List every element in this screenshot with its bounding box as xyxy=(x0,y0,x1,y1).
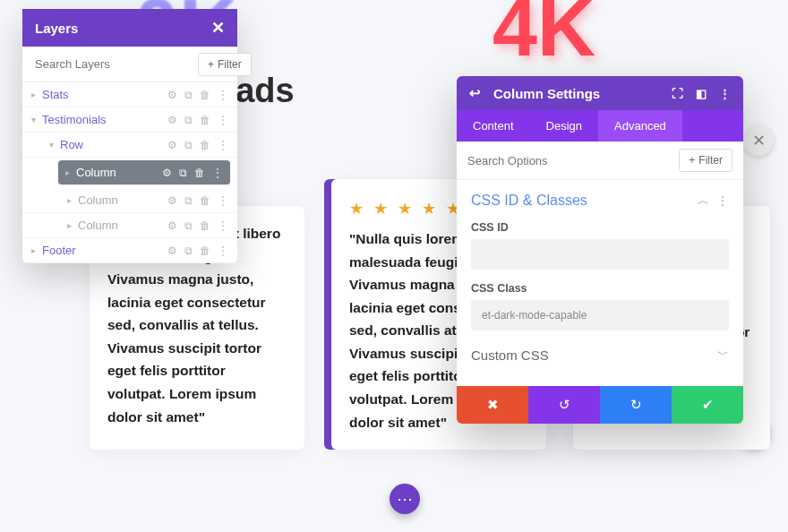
settings-search-input[interactable] xyxy=(467,154,673,167)
gear-icon[interactable]: ⚙ xyxy=(167,114,177,126)
layer-label: Testimonials xyxy=(42,113,167,126)
gear-icon[interactable]: ⚙ xyxy=(167,245,177,257)
section-css-id-classes[interactable]: CSS ID & Classes ︿ ⋮ xyxy=(471,193,729,209)
layer-label: Column xyxy=(78,219,167,232)
settings-title: Column Settings xyxy=(493,86,600,101)
gear-icon[interactable]: ⚙ xyxy=(167,219,177,232)
column-settings-modal: ↩ Column Settings ⛶ ◧ ⋮ Content Design A… xyxy=(457,76,743,424)
trash-icon[interactable]: 🗑 xyxy=(200,219,210,232)
filter-button[interactable]: +Filter xyxy=(198,53,252,76)
fab-close-icon[interactable]: ✕ xyxy=(743,125,774,156)
gear-icon[interactable]: ⚙ xyxy=(162,167,172,179)
filter-label: Filter xyxy=(218,58,242,71)
chevron-down-icon: ﹀ xyxy=(717,347,729,363)
input-css-id[interactable] xyxy=(471,239,729,270)
settings-body: CSS ID & Classes ︿ ⋮ CSS ID CSS Class Cu… xyxy=(457,180,743,375)
layer-label: Column xyxy=(78,193,167,207)
trash-icon[interactable]: 🗑 xyxy=(200,114,210,126)
layer-label: Column xyxy=(76,166,162,179)
dots-icon[interactable]: ⋮ xyxy=(218,139,228,151)
chevron-up-icon: ︿ xyxy=(698,193,709,209)
tab-content[interactable]: Content xyxy=(457,110,530,142)
section-label: Custom CSS xyxy=(471,348,549,363)
filter-button[interactable]: +Filter xyxy=(679,149,732,172)
layer-item-column-active[interactable]: ▸ Column ⚙⧉🗑⋮ xyxy=(58,160,230,185)
input-css-class[interactable] xyxy=(471,300,729,330)
save-button[interactable]: ✔ xyxy=(672,386,743,424)
caret-icon: ▸ xyxy=(31,245,42,255)
copy-icon[interactable]: ⧉ xyxy=(184,114,193,126)
trash-icon[interactable]: 🗑 xyxy=(194,167,205,179)
back-arrow-icon[interactable]: ↩ xyxy=(469,85,481,101)
section-custom-css[interactable]: Custom CSS ﹀ xyxy=(471,347,729,363)
layer-label: Stats xyxy=(42,88,167,101)
filter-label: Filter xyxy=(698,154,723,167)
gear-icon[interactable]: ⚙ xyxy=(167,194,177,207)
gear-icon[interactable]: ⚙ xyxy=(167,89,177,101)
gear-icon[interactable]: ⚙ xyxy=(167,139,177,151)
trash-icon[interactable]: 🗑 xyxy=(200,89,210,101)
caret-icon: ▾ xyxy=(31,115,42,124)
copy-icon[interactable]: ⧉ xyxy=(184,194,193,207)
layer-item-testimonials[interactable]: ▾ Testimonials ⚙⧉🗑⋮ xyxy=(22,107,237,133)
close-icon[interactable]: ✕ xyxy=(211,18,225,38)
settings-footer: ✖ ↺ ↻ ✔ xyxy=(457,386,743,424)
layer-item-row[interactable]: ▾ Row ⚙⧉🗑⋮ xyxy=(22,133,237,158)
dots-icon[interactable]: ⋮ xyxy=(218,194,228,207)
layers-panel: Layers ✕ +Filter ▸ Stats ⚙⧉🗑⋮ ▾ Testimon… xyxy=(22,9,237,263)
layers-header: Layers ✕ xyxy=(22,9,237,47)
layer-item-stats[interactable]: ▸ Stats ⚙⧉🗑⋮ xyxy=(22,82,237,107)
dots-icon[interactable]: ⋮ xyxy=(716,193,729,208)
bg-text-4k: 4K xyxy=(492,0,595,74)
tab-advanced[interactable]: Advanced xyxy=(598,110,682,142)
layers-title: Layers xyxy=(35,21,78,36)
label-css-class: CSS Class xyxy=(471,282,729,295)
plus-icon: + xyxy=(689,154,695,167)
sidebar-icon[interactable]: ◧ xyxy=(696,87,707,100)
caret-icon: ▾ xyxy=(49,140,60,150)
caret-icon: ▸ xyxy=(31,90,42,99)
plus-icon: + xyxy=(208,58,214,71)
settings-search-row: +Filter xyxy=(457,142,743,180)
dots-icon[interactable]: ⋮ xyxy=(218,245,228,257)
fab-more-icon[interactable]: ⋯ xyxy=(390,484,420,514)
layer-item-column[interactable]: ▸ Column ⚙⧉🗑⋮ xyxy=(22,213,237,238)
copy-icon[interactable]: ⧉ xyxy=(184,89,193,101)
caret-icon: ▸ xyxy=(65,167,76,177)
dots-icon[interactable]: ⋮ xyxy=(218,89,228,101)
layers-search-input[interactable] xyxy=(28,52,193,76)
caret-icon: ▸ xyxy=(67,220,78,230)
layers-search-row: +Filter xyxy=(22,47,237,82)
dots-icon[interactable]: ⋮ xyxy=(218,114,228,126)
settings-header: ↩ Column Settings ⛶ ◧ ⋮ xyxy=(457,76,743,110)
copy-icon[interactable]: ⧉ xyxy=(184,139,193,151)
caret-icon: ▸ xyxy=(67,195,78,205)
menu-dots-icon[interactable]: ⋮ xyxy=(719,87,731,100)
copy-icon[interactable]: ⧉ xyxy=(179,167,187,179)
tab-design[interactable]: Design xyxy=(530,110,598,142)
section-label: CSS ID & Classes xyxy=(471,193,587,209)
copy-icon[interactable]: ⧉ xyxy=(184,245,193,257)
trash-icon[interactable]: 🗑 xyxy=(200,245,210,257)
layer-label: Footer xyxy=(42,244,167,257)
settings-tabs: Content Design Advanced xyxy=(457,110,743,142)
copy-icon[interactable]: ⧉ xyxy=(184,219,193,232)
trash-icon[interactable]: 🗑 xyxy=(200,139,210,151)
cancel-button[interactable]: ✖ xyxy=(457,386,528,424)
layer-item-footer[interactable]: ▸ Footer ⚙⧉🗑⋮ xyxy=(22,238,237,263)
undo-button[interactable]: ↺ xyxy=(528,386,600,424)
dots-icon[interactable]: ⋮ xyxy=(212,167,223,179)
dots-icon[interactable]: ⋮ xyxy=(218,219,228,232)
label-css-id: CSS ID xyxy=(471,221,729,234)
redo-button[interactable]: ↻ xyxy=(600,386,672,424)
trash-icon[interactable]: 🗑 xyxy=(200,194,210,207)
layer-label: Row xyxy=(60,138,167,151)
expand-icon[interactable]: ⛶ xyxy=(672,87,683,100)
layer-item-column[interactable]: ▸ Column ⚙⧉🗑⋮ xyxy=(22,188,237,213)
